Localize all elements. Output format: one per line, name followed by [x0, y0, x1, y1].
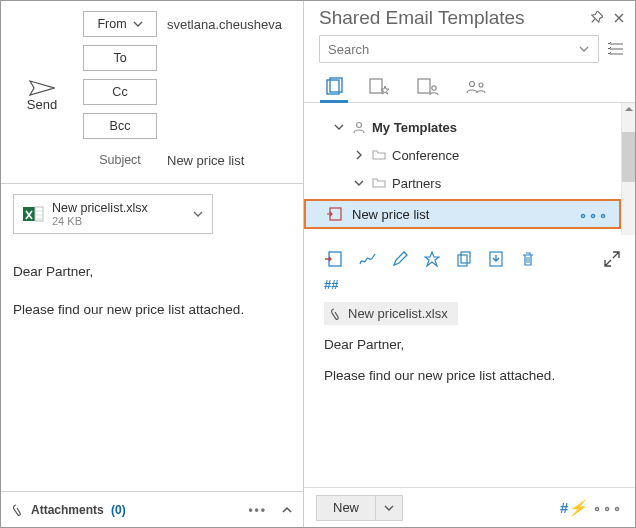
triangle-up-icon [622, 103, 636, 115]
templates-pane: Shared Email Templates Search [304, 1, 635, 527]
body-greeting: Dear Partner, [13, 262, 291, 282]
tree-folder-conference[interactable]: Conference [304, 141, 621, 169]
tab-templates[interactable] [324, 71, 344, 102]
favorite-button[interactable] [424, 251, 440, 267]
from-button[interactable]: From [83, 11, 157, 37]
new-button[interactable]: New [316, 495, 403, 521]
svg-rect-15 [458, 255, 467, 266]
body-line: Please find our new price list attached. [13, 300, 291, 320]
favorites-icon [368, 77, 392, 97]
bcc-label: Bcc [110, 119, 131, 133]
chevron-down-icon [133, 19, 143, 29]
preview-greeting: Dear Partner, [324, 337, 620, 352]
svg-point-12 [357, 123, 362, 128]
cc-label: Cc [112, 85, 127, 99]
attachment-size: 24 KB [52, 215, 192, 227]
from-value[interactable]: svetlana.cheusheva [167, 17, 303, 32]
tree-folder-label: Conference [392, 148, 459, 163]
cc-button[interactable]: Cc [83, 79, 157, 105]
compose-body[interactable]: Dear Partner, Please find our new price … [1, 242, 303, 491]
handwriting-icon [358, 251, 376, 267]
send-icon [29, 79, 55, 97]
compose-pane: Send From svetlana.cheusheva To [1, 1, 304, 527]
tree-folder-partners[interactable]: Partners [304, 169, 621, 197]
svg-point-9 [432, 85, 436, 89]
preview-line: Please find our new price list attached. [324, 368, 620, 383]
svg-rect-16 [461, 252, 470, 263]
pin-button[interactable] [589, 11, 603, 25]
delete-button[interactable] [520, 251, 536, 267]
edit-button[interactable] [392, 251, 408, 267]
teams-icon [464, 77, 488, 97]
paperclip-icon [330, 307, 342, 321]
attachment-card[interactable]: New pricelist.xlsx 24 KB [13, 194, 213, 234]
from-label: From [97, 17, 126, 31]
preview-attachment[interactable]: New pricelist.xlsx [324, 302, 458, 325]
copy-button[interactable] [456, 251, 472, 267]
send-button[interactable]: Send [27, 79, 57, 112]
tree-folder-label: Partners [392, 176, 441, 191]
item-more-button[interactable]: ∘∘∘ [579, 207, 619, 222]
paperclip-icon [11, 503, 25, 517]
new-button-dropdown[interactable] [375, 496, 402, 520]
template-preview: ## New pricelist.xlsx Dear Partner, Plea… [304, 277, 635, 407]
chevron-down-icon [384, 503, 394, 513]
scroll-thumb[interactable] [622, 132, 635, 182]
chevron-down-icon [334, 122, 344, 132]
pencil-icon [392, 251, 408, 267]
attachment-name: New pricelist.xlsx [52, 201, 192, 215]
templates-footer: New #⚡ ∘∘∘ [304, 487, 635, 527]
tree-root-label: My Templates [372, 120, 457, 135]
footer-attachments-label[interactable]: Attachments (0) [31, 503, 126, 517]
template-icon [324, 77, 344, 97]
svg-rect-8 [418, 79, 430, 93]
svg-rect-7 [370, 79, 382, 93]
macros-button[interactable]: #⚡ [560, 499, 587, 517]
to-label: To [113, 51, 126, 65]
bcc-button[interactable]: Bcc [83, 113, 157, 139]
footer-more-button[interactable]: ∘∘∘ [593, 500, 623, 515]
compose-header: Send From svetlana.cheusheva To [1, 1, 303, 184]
paste-icon [324, 251, 342, 267]
tree-item-selected[interactable]: New price list ∘∘∘ [304, 199, 621, 229]
tab-favorites[interactable] [368, 71, 392, 102]
new-button-label: New [317, 496, 375, 520]
more-options-button[interactable]: ••• [248, 503, 267, 517]
handwriting-button[interactable] [358, 251, 376, 267]
tree-root-my-templates[interactable]: My Templates [304, 113, 621, 141]
expand-button[interactable] [604, 251, 620, 267]
tab-teams[interactable] [464, 71, 488, 102]
person-icon [352, 120, 366, 134]
folder-icon [372, 177, 386, 189]
folder-icon [372, 149, 386, 161]
tree-selected-label: New price list [352, 207, 429, 222]
star-icon [424, 251, 440, 267]
collapse-button[interactable] [281, 504, 293, 516]
trash-icon [520, 251, 536, 267]
chevron-down-icon [354, 178, 364, 188]
to-button[interactable]: To [83, 45, 157, 71]
subject-label: Subject [83, 153, 157, 167]
paste-button[interactable] [324, 251, 342, 267]
preview-toolbar [304, 235, 635, 277]
search-input[interactable]: Search [319, 35, 599, 63]
search-placeholder: Search [328, 42, 578, 57]
preview-hash: ## [324, 277, 620, 292]
send-label: Send [27, 97, 57, 112]
svg-point-11 [479, 83, 483, 87]
compose-footer: Attachments (0) ••• [1, 491, 303, 527]
close-icon [613, 12, 625, 24]
scrollbar[interactable] [621, 103, 635, 235]
close-button[interactable] [613, 12, 625, 24]
subject-value[interactable]: New price list [167, 153, 303, 168]
shared-icon [416, 77, 440, 97]
panel-title: Shared Email Templates [319, 7, 589, 29]
chevron-down-icon[interactable] [192, 208, 204, 220]
import-button[interactable] [488, 251, 504, 267]
tabs-row [304, 67, 635, 103]
tab-shared[interactable] [416, 71, 440, 102]
options-button[interactable] [607, 41, 625, 57]
pin-icon [589, 11, 603, 25]
preview-attachment-name: New pricelist.xlsx [348, 306, 448, 321]
chevron-up-icon [281, 504, 293, 516]
